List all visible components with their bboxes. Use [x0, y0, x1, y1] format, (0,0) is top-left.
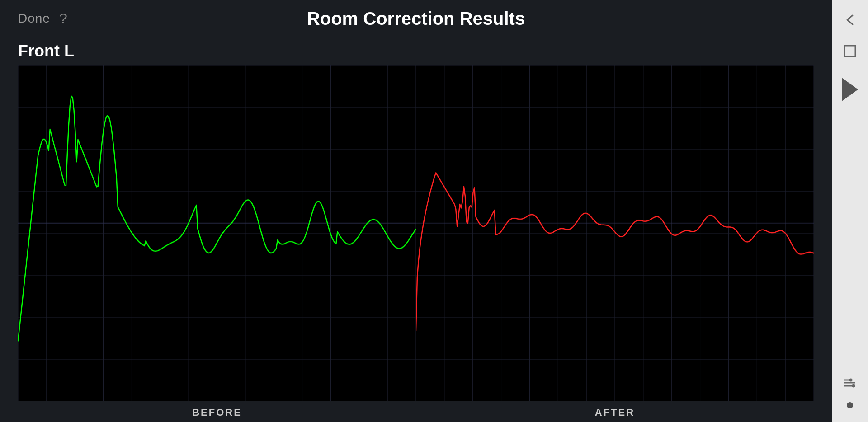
done-button[interactable]: Done — [18, 11, 50, 26]
before-chart — [18, 65, 416, 401]
window-icon — [843, 44, 857, 58]
sidebar-bottom — [843, 377, 857, 408]
levels-button[interactable] — [843, 377, 857, 389]
back-button[interactable] — [844, 14, 856, 26]
main-content: Done ? Room Correction Results Front L B… — [0, 0, 832, 422]
page-title: Room Correction Results — [307, 9, 525, 29]
window-button[interactable] — [843, 44, 857, 58]
next-button[interactable] — [840, 76, 860, 103]
dot-indicator — [847, 402, 853, 408]
before-label: BEFORE — [18, 401, 416, 422]
after-chart-wrapper: AFTER — [416, 65, 814, 422]
after-label: AFTER — [416, 401, 814, 422]
speaker-label: Front L — [0, 37, 832, 65]
before-canvas — [18, 65, 416, 401]
svg-marker-1 — [842, 78, 858, 101]
sidebar-top — [840, 14, 860, 103]
next-arrow-icon — [840, 76, 860, 103]
svg-point-5 — [849, 379, 853, 382]
back-arrow-icon — [844, 14, 856, 26]
sidebar — [832, 0, 868, 422]
charts-container: BEFORE AFTER — [0, 65, 832, 422]
help-icon[interactable]: ? — [59, 10, 67, 27]
before-chart-wrapper: BEFORE — [18, 65, 416, 422]
header: Done ? Room Correction Results — [0, 0, 832, 37]
after-canvas — [416, 65, 814, 401]
after-chart — [416, 65, 814, 401]
svg-rect-0 — [844, 46, 855, 56]
levels-icon — [843, 377, 857, 389]
svg-point-6 — [852, 384, 855, 388]
